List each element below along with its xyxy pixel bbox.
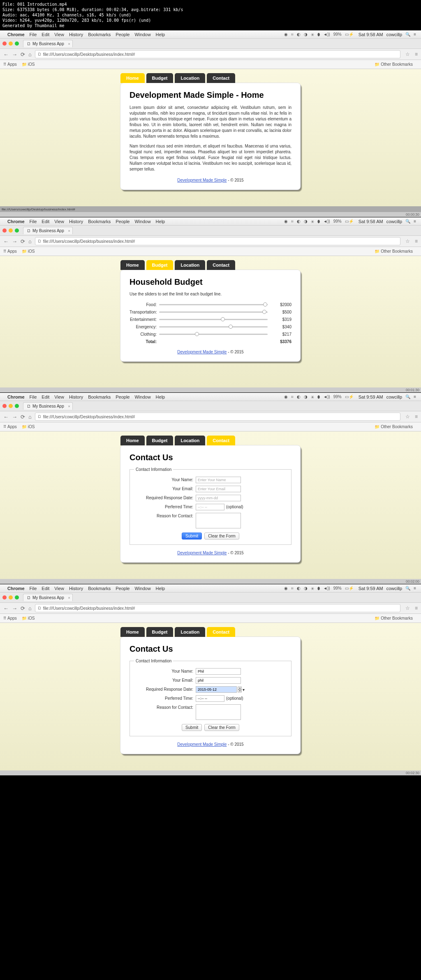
menu-icon[interactable]: ≡	[414, 32, 416, 37]
nav-contact[interactable]: Contact	[207, 436, 235, 445]
nav-location[interactable]: Location	[175, 260, 205, 270]
browser-tab[interactable]: 🗋My Business App×	[23, 227, 73, 234]
footer-link[interactable]: Development Made Simple	[177, 551, 227, 555]
slider-label: Clothing:	[130, 332, 159, 337]
volume-icon[interactable]: ◄))	[323, 32, 330, 37]
nav-location[interactable]: Location	[175, 627, 205, 637]
nav-contact[interactable]: Contact	[207, 73, 235, 83]
mac-menubar: Chrome File Edit View History Bookmarks …	[0, 217, 421, 226]
total-value: $3376	[268, 339, 291, 344]
frame-1: Chrome File Edit View History Bookmarks …	[0, 30, 421, 217]
browser-tab[interactable]: 🗋 My Business App ×	[23, 40, 73, 47]
back-button[interactable]: ←	[3, 238, 9, 244]
slider-label: Entertainment:	[130, 317, 159, 322]
frame-3: Chrome File Edit View History Bookmarks …	[0, 392, 421, 584]
footer-link[interactable]: Development Made Simple	[177, 178, 227, 182]
thumbnail-timestamp: 00:01:30	[0, 387, 421, 392]
nav-budget[interactable]: Budget	[146, 73, 173, 83]
nav-home[interactable]: Home	[120, 73, 145, 83]
reason-textarea[interactable]	[196, 704, 241, 720]
nav-home[interactable]: Home	[120, 260, 145, 270]
footer-link[interactable]: Development Made Simple	[177, 350, 227, 354]
budget-slider[interactable]	[159, 309, 268, 314]
nav-contact[interactable]: Contact	[207, 260, 235, 270]
home-button[interactable]: ⌂	[28, 238, 32, 244]
budget-slider[interactable]	[159, 332, 268, 337]
time-label: Perferred Time:	[134, 504, 196, 509]
calendar-icon[interactable]: ▾	[243, 687, 245, 692]
nav-budget[interactable]: Budget	[146, 627, 173, 637]
menu-icon[interactable]: ≡	[415, 51, 418, 57]
date-input[interactable]	[196, 495, 241, 501]
nav-budget[interactable]: Budget	[146, 436, 173, 445]
apps-shortcut[interactable]: ⠿Apps	[3, 62, 17, 67]
instructions: Use the sliders to set the limit for eac…	[130, 292, 291, 296]
battery-icon[interactable]: ▭⚡	[345, 32, 354, 37]
maximize-window[interactable]	[15, 42, 19, 46]
nav-home[interactable]: Home	[120, 436, 145, 445]
home-button[interactable]: ⌂	[28, 51, 32, 58]
video-file-info: File: 001 Introduction.mp4 Size: 6375338…	[0, 0, 421, 30]
main-nav: Home Budget Location Contact	[120, 73, 301, 83]
reload-button[interactable]: ⟳	[21, 238, 25, 244]
body-text: Lorem ipsum dolor sit amet, consectetur …	[130, 105, 291, 139]
slider-value: $500	[268, 310, 291, 314]
footer-link[interactable]: Development Made Simple	[177, 742, 227, 747]
bluetooth-icon[interactable]: ⚹	[311, 32, 314, 37]
ios-bookmark[interactable]: 📁iOS	[22, 62, 35, 67]
body-text: Nam tincidunt risus sed enim interdum, e…	[130, 143, 291, 172]
slider-value: $340	[268, 325, 291, 329]
close-window[interactable]	[2, 42, 7, 46]
other-bookmarks[interactable]: 📁Other Bookmarks	[375, 62, 413, 67]
close-tab-icon[interactable]: ×	[68, 42, 70, 46]
moon-icon: ◑	[304, 32, 308, 37]
email-input[interactable]	[196, 486, 241, 492]
date-stepper[interactable]: ▴▾	[238, 687, 242, 692]
submit-button[interactable]: Submit	[182, 533, 202, 540]
status-bar: file:///Users/cowcillp/Desktop/business/…	[0, 206, 421, 212]
slider-label: Food:	[130, 302, 159, 307]
forward-button[interactable]: →	[12, 238, 17, 244]
reload-button[interactable]: ⟳	[21, 51, 25, 58]
forward-button[interactable]: →	[12, 51, 17, 58]
total-label: Total:	[130, 339, 159, 344]
browser-chrome: 🗋 My Business App × ← → ⟳ ⌂ 🗋file:///Use…	[0, 39, 421, 69]
time-input[interactable]	[196, 504, 224, 510]
url-bar[interactable]: 🗋file:///Users/cowcillp/Desktop/business…	[35, 237, 400, 245]
date-input[interactable]	[196, 686, 237, 693]
name-input[interactable]	[196, 477, 241, 483]
reason-textarea[interactable]	[196, 513, 241, 528]
clear-button[interactable]: Clear the Form	[204, 533, 239, 540]
budget-slider[interactable]	[159, 317, 268, 322]
url-bar[interactable]: 🗋file:///Users/cowcillp/Desktop/business…	[35, 50, 400, 58]
name-input[interactable]	[196, 668, 241, 675]
folder-icon: 📁	[375, 62, 379, 67]
thumbnail-timestamp: 00:02:00	[0, 579, 421, 584]
clear-button[interactable]: Clear the Form	[204, 724, 239, 731]
nav-location[interactable]: Location	[175, 73, 205, 83]
mac-menubar: Chrome File Edit View History Bookmarks …	[0, 30, 421, 39]
budget-slider[interactable]	[159, 324, 268, 329]
dropbox-icon[interactable]: ⌗	[291, 32, 294, 37]
page-icon: 🗋	[27, 42, 31, 46]
circle-icon: ◉	[284, 32, 288, 37]
back-button[interactable]: ←	[3, 51, 9, 58]
minimize-window[interactable]	[9, 42, 13, 46]
nav-location[interactable]: Location	[175, 436, 205, 445]
email-label: Your Email:	[134, 486, 196, 491]
apps-icon: ⠿	[3, 62, 6, 67]
nav-contact[interactable]: Contact	[207, 627, 235, 637]
budget-slider[interactable]	[159, 302, 268, 307]
frame-4: Chrome File Edit View History Bookmarks …	[0, 584, 421, 775]
wifi-icon[interactable]: ⬮	[317, 32, 320, 37]
page-title: Development Made Simple - Home	[130, 90, 291, 100]
nav-home[interactable]: Home	[120, 627, 145, 637]
star-icon[interactable]: ☆	[405, 51, 410, 57]
folder-icon: 📁	[22, 62, 27, 67]
search-icon[interactable]: 🔍	[405, 32, 410, 37]
name-label: Your Name:	[134, 477, 196, 482]
submit-button[interactable]: Submit	[182, 724, 202, 731]
email-input[interactable]	[196, 677, 241, 684]
time-input[interactable]	[196, 695, 224, 702]
nav-budget[interactable]: Budget	[146, 260, 173, 270]
